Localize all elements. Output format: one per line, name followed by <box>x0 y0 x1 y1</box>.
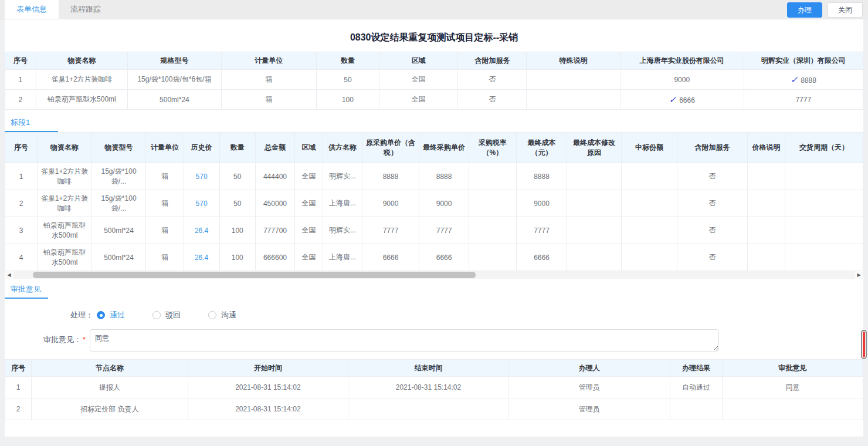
cell: 8888 <box>362 163 419 190</box>
horizontal-scrollbar-track[interactable] <box>13 271 855 279</box>
cell <box>621 190 677 217</box>
cell: 1 <box>5 163 38 190</box>
handle-label: 处理： <box>70 310 93 320</box>
process-button[interactable]: 办理 <box>787 2 822 18</box>
header-row: 序号物资名称规格型号计量单位数量区域含附加服务特殊说明上海唐年实业股份有限公司明… <box>5 52 863 70</box>
table-row: 2雀巢1+2方片装咖啡15g/袋*100袋/...箱57050450000全国上… <box>5 190 863 217</box>
scroll-left-icon[interactable]: ◀ <box>5 271 13 279</box>
vertical-scrollbar-thumb[interactable] <box>863 332 865 357</box>
cell: 100 <box>219 217 255 244</box>
radio-option-communicate[interactable]: 沟通 <box>208 310 236 320</box>
cell: 9000 <box>516 190 567 217</box>
cell: 同意 <box>723 377 863 398</box>
cell: 4 <box>5 244 38 271</box>
column-header: 开始时间 <box>188 360 348 377</box>
cell: 1 <box>5 70 36 90</box>
column-header: 价格说明 <box>747 133 785 163</box>
cell: 8888 <box>516 163 567 190</box>
cell: 2 <box>5 190 38 217</box>
history-price-link[interactable]: 26.4 <box>195 227 208 235</box>
cell: 15g/袋*100袋/... <box>91 163 146 190</box>
cell: 444400 <box>255 163 294 190</box>
cell: 提报人 <box>32 377 188 398</box>
header-row: 序号物资名称物资型号计量单位历史价数量总金额区域供方名称原采购单价（含税）最终采… <box>5 133 863 163</box>
column-header: 交货周期（天） <box>785 133 863 163</box>
cell <box>621 244 677 271</box>
cell: 否 <box>677 190 747 217</box>
column-header: 计量单位 <box>221 52 316 70</box>
cell: 7777 <box>362 217 419 244</box>
cell: 雀巢1+2方片装咖啡 <box>36 70 128 90</box>
column-header: 物资型号 <box>91 133 146 163</box>
approval-section-label: 审批意见 <box>5 279 48 299</box>
cell <box>747 190 785 217</box>
vertical-scrollbar[interactable] <box>861 330 867 359</box>
table-row: 2铂泉葫芦瓶型水500ml500ml*24箱100全国否✓66667777 <box>5 90 863 110</box>
cell <box>469 190 517 217</box>
cell: 9000 <box>362 190 419 217</box>
cell: 15g/袋*100袋/... <box>91 190 146 217</box>
cell <box>469 217 517 244</box>
cell: 明辉实... <box>323 217 362 244</box>
column-header: 序号 <box>5 52 36 70</box>
approval-comment-label: 审批意见：* <box>5 329 86 345</box>
close-button[interactable]: 关闭 <box>828 2 863 18</box>
cell: 50 <box>219 163 255 190</box>
horizontal-scrollbar-thumb[interactable] <box>33 272 476 278</box>
cell: 7777 <box>516 217 567 244</box>
scroll-right-icon[interactable]: ▶ <box>855 271 863 279</box>
cell <box>621 163 677 190</box>
radio-circle-icon <box>152 311 161 319</box>
cell <box>747 244 785 271</box>
radio-option-pass[interactable]: 通过 <box>97 310 125 320</box>
radio-option-reject[interactable]: 驳回 <box>152 310 181 320</box>
cell: 100 <box>219 244 255 271</box>
cell <box>527 90 620 110</box>
cell: 15g/袋*100袋/包*6包/箱 <box>128 70 221 90</box>
form-content-panel: 0830设定结果重复项测试项目定标--采销 序号物资名称规格型号计量单位数量区域… <box>5 19 863 437</box>
column-header: 历史价 <box>184 133 219 163</box>
history-price-link[interactable]: 26.4 <box>195 254 208 262</box>
cell: 2021-08-31 15:14:02 <box>188 377 348 398</box>
top-tab-bar: 表单信息 流程跟踪 办理 关闭 <box>0 0 868 19</box>
column-header: 特殊说明 <box>527 52 620 70</box>
cell <box>567 217 622 244</box>
approval-comment-textarea[interactable]: 同意 <box>90 329 719 352</box>
cell <box>747 217 785 244</box>
tab-form-info[interactable]: 表单信息 <box>5 0 59 19</box>
cell <box>670 398 722 420</box>
column-header: 办理结果 <box>670 360 722 377</box>
history-price-link[interactable]: 570 <box>196 200 208 208</box>
cell: 全国 <box>295 163 323 190</box>
cell: 铂泉葫芦瓶型水500ml <box>36 90 128 110</box>
column-header: 规格型号 <box>128 52 221 70</box>
column-header: 最终成本（元） <box>516 133 567 163</box>
cell: 50 <box>317 70 379 90</box>
supplier-quote-table: 序号物资名称规格型号计量单位数量区域含附加服务特殊说明上海唐年实业股份有限公司明… <box>5 52 863 110</box>
winner-check-icon: ✓ <box>791 75 798 85</box>
cell: 777700 <box>255 217 294 244</box>
column-header: 含附加服务 <box>677 133 747 163</box>
radio-label: 沟通 <box>221 310 236 320</box>
cell: 否 <box>677 163 747 190</box>
history-price-link[interactable]: 570 <box>196 173 208 181</box>
cell: 2 <box>5 398 32 420</box>
cell: 管理员 <box>508 398 670 420</box>
lot-section-tab[interactable]: 标段1 <box>5 112 58 132</box>
cell: 2021-08-31 15:14:02 <box>348 377 509 398</box>
cell <box>348 398 509 420</box>
winner-price: 6666 <box>679 96 695 104</box>
handle-radio-group: 通过驳回沟通 <box>97 310 264 320</box>
cell: 铂泉葫芦瓶型水500ml <box>38 217 92 244</box>
column-header: 计量单位 <box>146 133 184 163</box>
column-header: 审批意见 <box>723 360 863 377</box>
cell: 上海唐... <box>323 190 362 217</box>
horizontal-scrollbar[interactable]: ◀ ▶ <box>5 271 863 279</box>
cell: 3 <box>5 217 38 244</box>
tab-process-tracking[interactable]: 流程跟踪 <box>59 0 113 19</box>
cell: 26.4 <box>184 217 219 244</box>
cell: 500ml*24 <box>91 217 146 244</box>
cell: ✓6666 <box>620 90 744 110</box>
cell <box>567 190 622 217</box>
cell: 全国 <box>295 190 323 217</box>
